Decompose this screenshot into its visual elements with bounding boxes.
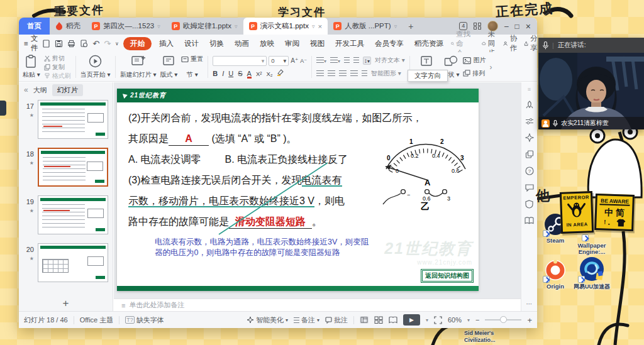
picture-button[interactable]: 图片 bbox=[463, 56, 486, 65]
zoom-slider-knob[interactable] bbox=[500, 316, 507, 323]
tab-document-3[interactable]: P 人教版 ...PPT)▿ bbox=[328, 18, 402, 35]
collapse-panel-icon[interactable]: « bbox=[24, 85, 28, 94]
copy-button[interactable]: 复制 bbox=[44, 63, 71, 72]
duplicate-icon[interactable] bbox=[525, 150, 534, 158]
play-from-current-button[interactable]: 当页开始 ▾ bbox=[80, 54, 111, 80]
slide-thumbnail-17[interactable] bbox=[38, 100, 108, 139]
notes-toggle-button[interactable]: 备注▾ bbox=[294, 315, 319, 325]
ribbon-tab-start[interactable]: 开始 bbox=[123, 37, 152, 50]
bullet-list-button[interactable]: ▾ bbox=[316, 57, 326, 64]
close-button[interactable]: × bbox=[526, 22, 531, 31]
fit-window-icon[interactable] bbox=[434, 316, 442, 324]
reset-button[interactable]: 重置 bbox=[181, 55, 203, 63]
desktop-icon-uu-booster[interactable]: 网易UU加速器 bbox=[571, 256, 613, 291]
font-size-select[interactable]: 0▾ bbox=[269, 56, 289, 66]
ribbon-tab-developer[interactable]: 开发工具 bbox=[332, 38, 367, 50]
layout-button[interactable]: 版式 ▾ bbox=[160, 54, 177, 80]
ribbon-tab-docer-res[interactable]: 稻壳资源 bbox=[411, 38, 447, 50]
save-icon[interactable] bbox=[55, 40, 63, 48]
rocket-icon[interactable] bbox=[525, 101, 534, 109]
superscript-button[interactable]: X² bbox=[256, 70, 262, 77]
cut-button[interactable]: 剪切 bbox=[44, 54, 71, 63]
new-slide-button[interactable]: 新建幻灯片 ▾ bbox=[120, 54, 157, 80]
missing-font-warning[interactable]: T? 缺失字体 bbox=[125, 315, 164, 325]
subscript-button[interactable]: X₂ bbox=[266, 70, 272, 77]
paste-button[interactable]: 粘贴 ▾ bbox=[23, 54, 40, 80]
new-tab-button[interactable]: + bbox=[402, 18, 419, 35]
desktop-icon-origin[interactable]: Origin bbox=[541, 259, 570, 290]
book-icon[interactable] bbox=[525, 217, 534, 224]
back-to-knowledge-map-button[interactable]: 返回知识结构图 bbox=[421, 269, 474, 283]
edge-desktop-icon[interactable] bbox=[0, 101, 6, 116]
italic-button[interactable]: I bbox=[222, 70, 224, 77]
ribbon-more-icon[interactable]: › bbox=[489, 63, 492, 72]
maximize-button[interactable]: □ bbox=[515, 23, 519, 30]
justify-button[interactable] bbox=[350, 70, 358, 77]
tab-document-active[interactable]: P 演示文稿1.pptx▿ × bbox=[243, 18, 328, 35]
bold-button[interactable]: B bbox=[213, 70, 218, 77]
normal-view-button[interactable] bbox=[360, 316, 369, 324]
new-doc-icon[interactable] bbox=[42, 40, 50, 48]
print-icon[interactable] bbox=[67, 40, 75, 48]
tab-docer[interactable]: 稻壳 bbox=[50, 18, 86, 35]
play-options-icon[interactable]: ▾ bbox=[426, 317, 428, 323]
slide-18[interactable]: 21世纪教育 (2)开关闭合前，发现电流表的指针在零刻度线左端，如图乙所示， 其… bbox=[117, 89, 479, 291]
increase-indent-button[interactable] bbox=[353, 57, 359, 64]
tab-close-icon[interactable]: × bbox=[318, 23, 322, 30]
app-grid-icon[interactable] bbox=[474, 23, 481, 30]
sorter-view-button[interactable] bbox=[374, 316, 383, 324]
zoom-level[interactable]: 60% bbox=[448, 316, 462, 324]
increase-font-icon[interactable]: A⁺ bbox=[291, 57, 298, 64]
tab-document-1[interactable]: P 第四次—...1523▿ bbox=[86, 18, 166, 35]
rail-more-icon[interactable]: ⋯ bbox=[526, 300, 533, 307]
history-caret-icon[interactable]: ∨ bbox=[115, 41, 119, 47]
ribbon-tab-slideshow[interactable]: 放映 bbox=[257, 38, 277, 50]
help-icon[interactable]: ? bbox=[525, 167, 534, 175]
highlight-button[interactable] bbox=[277, 69, 284, 77]
align-left-button[interactable] bbox=[316, 70, 324, 77]
align-right-button[interactable] bbox=[339, 70, 347, 77]
minimize-button[interactable]: – bbox=[504, 23, 509, 30]
decrease-indent-button[interactable] bbox=[344, 57, 350, 64]
font-name-select[interactable]: ▾ bbox=[213, 56, 267, 66]
redo-icon[interactable]: ↷ bbox=[104, 39, 111, 48]
ribbon-tab-animation[interactable]: 动画 bbox=[231, 38, 252, 50]
smart-beautify-button[interactable]: 智能美化▾ bbox=[247, 315, 288, 325]
ribbon-tab-review[interactable]: 审阅 bbox=[282, 38, 303, 50]
section-button[interactable]: 节 ▾ bbox=[187, 70, 198, 79]
underline-button[interactable]: U bbox=[228, 70, 233, 77]
notes-bar[interactable]: ≡ 单击此处添加备注 bbox=[114, 298, 521, 311]
number-list-button[interactable]: ▾ bbox=[330, 57, 340, 64]
align-text-button[interactable]: 对齐文本 ▾ bbox=[375, 56, 405, 65]
tab-home[interactable]: 首页 bbox=[19, 18, 50, 35]
zoom-slider[interactable] bbox=[485, 319, 521, 320]
slide-thumbnail-18-selected[interactable] bbox=[38, 148, 108, 187]
font-color-button[interactable]: A bbox=[247, 70, 252, 79]
ribbon-tab-design[interactable]: 设计 bbox=[181, 38, 202, 50]
preview-icon[interactable] bbox=[80, 40, 88, 48]
line-spacing-button[interactable] bbox=[362, 70, 367, 77]
smart-graphic-button[interactable]: 智能图形 ▾ bbox=[371, 69, 401, 78]
strike-button[interactable]: S bbox=[238, 70, 242, 77]
tab-document-2[interactable]: P 欧姆定律1.pptx▿ bbox=[166, 18, 243, 35]
slide-thumbnail-20[interactable] bbox=[38, 243, 108, 282]
civilization-icon-label[interactable]: Sid Meier's Civilizatio... bbox=[464, 330, 496, 344]
ribbon-tab-view[interactable]: 视图 bbox=[307, 38, 328, 50]
comments-button[interactable]: 批注 bbox=[325, 315, 348, 325]
effects-star-icon[interactable] bbox=[525, 133, 534, 142]
zoom-in-button[interactable]: + bbox=[527, 315, 532, 325]
tab-outline[interactable]: 大纲 bbox=[33, 85, 47, 95]
slide-thumbnail-19[interactable] bbox=[38, 195, 108, 234]
format-painter-button[interactable]: 格式刷 bbox=[44, 72, 71, 80]
ribbon-tab-insert[interactable]: 插入 bbox=[156, 38, 177, 50]
reading-view-button[interactable] bbox=[389, 316, 397, 324]
theme-name[interactable]: Office 主题 bbox=[80, 315, 114, 325]
video-call-panel[interactable]: | 正在讲话: bbox=[538, 38, 644, 129]
text-direction-button[interactable]: ↕▾ bbox=[363, 57, 371, 65]
slideshow-play-button[interactable]: ▶ bbox=[403, 314, 420, 326]
align-center-button[interactable] bbox=[328, 70, 335, 77]
collaborate-button[interactable]: 协作 bbox=[503, 34, 519, 53]
undo-icon[interactable]: ↶ bbox=[92, 39, 99, 48]
tab-slides[interactable]: 幻灯片 bbox=[52, 84, 83, 96]
settings-sliders-icon[interactable] bbox=[525, 118, 534, 125]
